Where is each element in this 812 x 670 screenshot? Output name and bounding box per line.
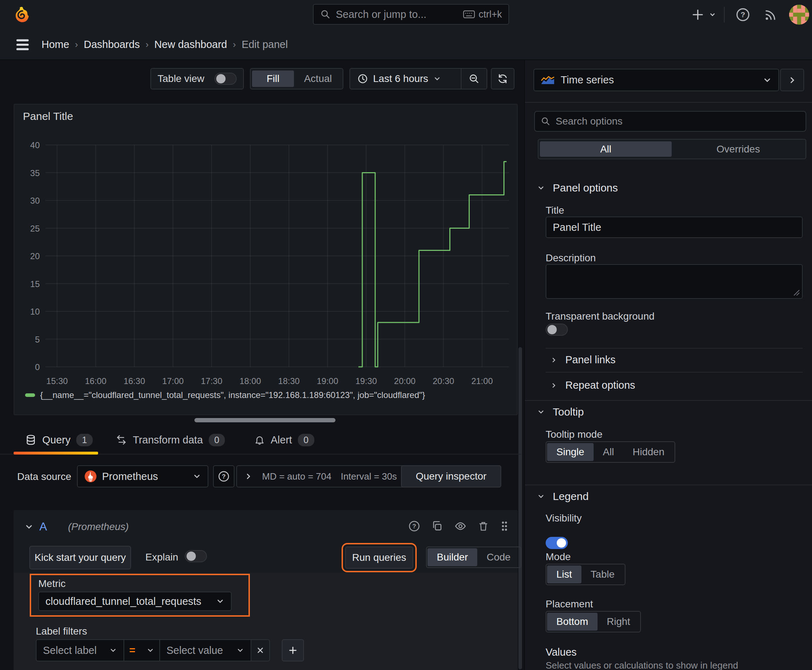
trash-icon[interactable] — [478, 520, 489, 532]
menu-icon[interactable] — [14, 37, 31, 52]
legend-mode-switch: List Table — [546, 564, 626, 585]
tab-query[interactable]: Query 1 — [25, 426, 93, 454]
legend-mode-table[interactable]: Table — [581, 565, 624, 584]
search-options-placeholder: Search options — [556, 116, 622, 127]
database-icon — [25, 434, 37, 446]
legend-placement-switch: Bottom Right — [546, 611, 641, 633]
svg-text:19:00: 19:00 — [317, 376, 338, 386]
actual-option[interactable]: Actual — [295, 71, 341, 87]
drag-handle-icon[interactable] — [500, 520, 509, 532]
section-panel-options[interactable]: Panel options — [537, 182, 618, 194]
zoom-out-button[interactable] — [461, 73, 487, 85]
svg-text:35: 35 — [30, 168, 40, 178]
legend-values-help: Select values or calculations to show in… — [546, 660, 738, 670]
time-range-picker[interactable]: Last 6 hours — [350, 73, 461, 85]
operator-dropdown[interactable]: = — [124, 639, 160, 662]
datasource-help-button[interactable]: ? — [213, 465, 234, 487]
help-icon[interactable]: ? — [736, 7, 751, 22]
time-series-chart[interactable]: 051015202530354015:3016:0016:3017:0017:3… — [20, 136, 512, 387]
chart-legend: {__name__="cloudflared_tunnel_total_requ… — [25, 390, 425, 400]
remove-filter-button[interactable] — [251, 639, 270, 662]
code-option[interactable]: Code — [477, 548, 520, 566]
transparent-background-toggle[interactable] — [546, 323, 568, 336]
breadcrumb-new-dashboard[interactable]: New dashboard — [154, 39, 227, 51]
collapse-options-button[interactable] — [780, 69, 804, 91]
tooltip-mode-hidden[interactable]: Hidden — [623, 443, 674, 461]
help-circle-icon[interactable]: ? — [408, 520, 420, 532]
time-range-control: Last 6 hours — [349, 68, 487, 90]
query-ref-id[interactable]: A — [39, 520, 47, 533]
transparent-background-label: Transparent background — [546, 311, 654, 322]
help-circle-icon: ? — [218, 470, 230, 482]
svg-text:20:00: 20:00 — [394, 376, 416, 386]
time-range-label: Last 6 hours — [373, 73, 428, 85]
legend-placement-bottom[interactable]: Bottom — [547, 613, 598, 631]
explain-toggle[interactable] — [185, 550, 207, 562]
legend-mode-label: Mode — [546, 551, 571, 563]
eye-icon[interactable] — [454, 520, 467, 532]
datasource-picker[interactable]: Prometheus — [77, 465, 209, 487]
chevron-right-icon[interactable] — [244, 472, 253, 481]
description-textarea[interactable] — [546, 264, 803, 299]
select-value-dropdown[interactable]: Select value — [160, 639, 251, 662]
svg-text:40: 40 — [30, 140, 40, 150]
panel-title-input[interactable] — [546, 217, 803, 238]
svg-text:21:00: 21:00 — [471, 376, 493, 386]
panel-resize-handle[interactable] — [194, 418, 336, 422]
tooltip-mode-single[interactable]: Single — [547, 443, 593, 461]
select-label-dropdown[interactable]: Select label — [36, 639, 124, 662]
duplicate-icon[interactable] — [431, 520, 443, 532]
add-filter-button[interactable] — [282, 639, 304, 662]
legend-mode-list[interactable]: List — [547, 565, 581, 584]
breadcrumb-edit-panel: Edit panel — [242, 39, 288, 51]
tooltip-mode-all[interactable]: All — [593, 443, 623, 461]
query-inspector-button[interactable]: Query inspector — [401, 465, 501, 487]
options-tabs: All Overrides — [538, 139, 806, 159]
query-builder-body: Metric cloudflared_tunnel_total_requests… — [14, 573, 518, 670]
metric-label: Metric — [38, 578, 66, 589]
breadcrumb-home[interactable]: Home — [42, 39, 69, 51]
query-collapse-icon[interactable] — [24, 522, 34, 531]
visualization-picker[interactable]: Time series — [534, 69, 779, 91]
metric-select[interactable]: cloudflared_tunnel_total_requests — [38, 592, 232, 611]
svg-text:25: 25 — [30, 224, 40, 233]
refresh-button[interactable] — [491, 68, 514, 90]
resize-grip-icon — [793, 289, 800, 296]
section-tooltip[interactable]: Tooltip — [537, 406, 584, 418]
add-new-button[interactable] — [691, 8, 717, 22]
grafana-logo-icon[interactable] — [14, 6, 31, 23]
breadcrumb-dashboards[interactable]: Dashboards — [84, 39, 140, 51]
main-scrollbar[interactable] — [519, 347, 522, 669]
fill-option[interactable]: Fill — [252, 71, 294, 87]
refresh-icon — [497, 73, 509, 85]
table-view-toggle[interactable] — [214, 73, 237, 85]
legend-series-name[interactable]: {__name__="cloudflared_tunnel_total_requ… — [40, 390, 425, 400]
legend-heading: Legend — [553, 490, 588, 503]
avatar[interactable] — [789, 5, 809, 25]
tab-alert[interactable]: Alert 0 — [254, 426, 314, 454]
panel-title[interactable]: Panel Title — [23, 110, 73, 122]
active-tab-underline — [14, 452, 98, 455]
run-queries-button[interactable]: Run queries — [345, 546, 413, 569]
tab-transform-count: 0 — [209, 434, 225, 446]
section-panel-links[interactable]: Panel links — [550, 348, 803, 372]
legend-placement-right[interactable]: Right — [598, 613, 639, 631]
builder-code-switch: Builder Code — [426, 546, 521, 568]
main-area: Table view Fill Actual Last 6 hours — [0, 60, 524, 670]
sidebar-divider — [525, 485, 812, 485]
section-legend[interactable]: Legend — [537, 490, 588, 503]
rss-news-icon[interactable] — [763, 8, 778, 22]
panel-preview: Panel Title 051015202530354015:3016:0016… — [14, 104, 518, 415]
kick-start-query-button[interactable]: Kick start your query — [29, 546, 131, 569]
builder-option[interactable]: Builder — [427, 548, 477, 566]
search-options-input[interactable]: Search options — [534, 111, 806, 132]
svg-text:15: 15 — [30, 279, 40, 289]
search-placeholder: Search or jump to... — [336, 8, 458, 20]
tab-transform[interactable]: Transform data 0 — [116, 426, 225, 454]
tab-overrides[interactable]: Overrides — [672, 141, 804, 157]
legend-values-label: Values — [546, 646, 577, 658]
legend-visibility-toggle[interactable] — [546, 537, 568, 549]
section-repeat-options[interactable]: Repeat options — [550, 372, 803, 399]
tab-all[interactable]: All — [540, 141, 672, 157]
global-search-input[interactable]: Search or jump to... ctrl+k — [313, 4, 509, 25]
